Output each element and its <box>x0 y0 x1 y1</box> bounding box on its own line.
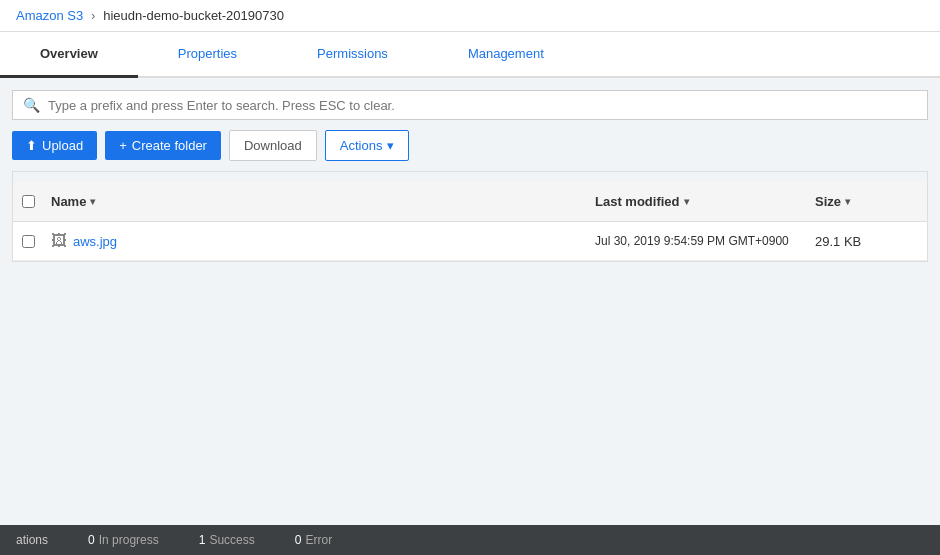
table-row: 🖼 aws.jpg Jul 30, 2019 9:54:59 PM GMT+09… <box>13 222 927 261</box>
select-all-checkbox[interactable] <box>22 195 35 208</box>
tab-overview[interactable]: Overview <box>0 32 138 78</box>
actions-button[interactable]: Actions ▾ <box>325 130 410 161</box>
tab-permissions[interactable]: Permissions <box>277 32 428 78</box>
row-filename-text: aws.jpg <box>73 234 117 249</box>
breadcrumb-separator: › <box>91 9 95 23</box>
status-success-label: Success <box>209 533 254 547</box>
files-table: Name ▾ Last modified ▾ Size ▾ 🖼 aws.jpg … <box>12 171 928 262</box>
status-error-label: Error <box>305 533 332 547</box>
create-folder-button[interactable]: + Create folder <box>105 131 221 160</box>
header-size-label: Size <box>815 194 841 209</box>
table-header: Name ▾ Last modified ▾ Size ▾ <box>13 182 927 222</box>
search-icon: 🔍 <box>23 97 40 113</box>
table-spacer-top <box>13 172 927 182</box>
chevron-down-icon: ▾ <box>387 138 394 153</box>
status-in-progress-count: 0 <box>88 533 95 547</box>
header-last-modified[interactable]: Last modified ▾ <box>587 190 807 213</box>
row-size: 29.1 KB <box>807 230 927 253</box>
row-checkbox[interactable] <box>22 235 35 248</box>
header-size[interactable]: Size ▾ <box>807 190 927 213</box>
breadcrumb: Amazon S3 › hieudn-demo-bucket-20190730 <box>0 0 940 32</box>
header-checkbox-cell <box>13 191 43 212</box>
breadcrumb-current: hieudn-demo-bucket-20190730 <box>103 8 284 23</box>
header-last-modified-label: Last modified <box>595 194 680 209</box>
status-success-count: 1 <box>199 533 206 547</box>
row-last-modified: Jul 30, 2019 9:54:59 PM GMT+0900 <box>587 230 807 252</box>
size-sort-icon: ▾ <box>845 196 850 207</box>
status-in-progress: 0 In progress <box>88 533 159 547</box>
name-sort-icon: ▾ <box>90 196 95 207</box>
tab-properties[interactable]: Properties <box>138 32 277 78</box>
toolbar: ⬆ Upload + Create folder Download Action… <box>0 120 940 171</box>
status-error: 0 Error <box>295 533 332 547</box>
status-success: 1 Success <box>199 533 255 547</box>
plus-icon: + <box>119 138 127 153</box>
status-in-progress-label: In progress <box>99 533 159 547</box>
upload-label: Upload <box>42 138 83 153</box>
status-actions-label: ations <box>16 533 48 547</box>
search-input[interactable] <box>48 98 917 113</box>
header-name[interactable]: Name ▾ <box>43 190 587 213</box>
status-bar: ations 0 In progress 1 Success 0 Error <box>0 525 940 555</box>
file-icon: 🖼 <box>51 232 67 250</box>
search-bar: 🔍 <box>12 90 928 120</box>
status-error-count: 0 <box>295 533 302 547</box>
breadcrumb-root-link[interactable]: Amazon S3 <box>16 8 83 23</box>
upload-button[interactable]: ⬆ Upload <box>12 131 97 160</box>
row-filename[interactable]: 🖼 aws.jpg <box>43 228 587 254</box>
last-modified-sort-icon: ▾ <box>684 196 689 207</box>
tab-bar: Overview Properties Permissions Manageme… <box>0 32 940 78</box>
download-button[interactable]: Download <box>229 130 317 161</box>
row-checkbox-cell <box>13 231 43 252</box>
header-name-label: Name <box>51 194 86 209</box>
tab-management[interactable]: Management <box>428 32 584 78</box>
upload-icon: ⬆ <box>26 138 37 153</box>
actions-label: Actions <box>340 138 383 153</box>
create-folder-label: Create folder <box>132 138 207 153</box>
